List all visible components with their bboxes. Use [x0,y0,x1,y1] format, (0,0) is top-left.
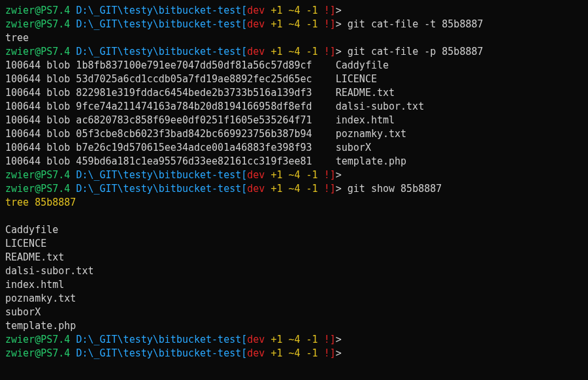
prompt-close-bracket: ] [330,18,336,30]
prompt-path: D:\_GIT\testy\bitbucket-test [76,334,241,345]
tree-entry: 100644 blob 459bd6a181c1ea95576d33ee8216… [5,155,406,167]
prompt-user: zwier@PS7.4 [5,334,70,345]
prompt-stats: +1 ~4 -1 [265,347,323,359]
prompt-stats-mark: ! [324,183,330,195]
tree-entry: 100644 blob 9fce74a211474163a784b20d8194… [5,101,424,112]
prompt-angle: > [336,46,342,57]
prompt-stats-mark: ! [324,5,330,16]
prompt-stats: +1 ~4 -1 [265,46,323,57]
prompt-open-bracket: [ [241,347,247,359]
prompt-open-bracket: [ [241,183,247,195]
prompt-close-bracket: ] [330,5,336,16]
prompt-stats-mark: ! [324,169,330,181]
prompt-close-bracket: ] [330,347,336,359]
prompt-close-bracket: ] [330,46,336,57]
cmd-git-show[interactable]: git show 85b8887 [348,183,442,195]
show-header: tree 85b8887 [5,197,76,208]
prompt-stats-mark: ! [324,46,330,57]
prompt-angle: > [336,169,342,181]
prompt-stats: +1 ~4 -1 [265,334,323,345]
prompt-angle: > [336,5,342,16]
prompt-path: D:\_GIT\testy\bitbucket-test [76,347,241,359]
terminal-output[interactable]: zwier@PS7.4 D:\_GIT\testy\bitbucket-test… [0,0,588,364]
show-file-entry: index.html [5,279,64,291]
show-file-entry: dalsi-subor.txt [5,265,93,277]
prompt-stats-mark: ! [324,18,330,30]
prompt-path: D:\_GIT\testy\bitbucket-test [76,169,241,181]
prompt-angle: > [336,18,342,30]
prompt-user: zwier@PS7.4 [5,183,70,195]
tree-entry: 100644 blob 822981e319fddac6454bede2b373… [5,87,395,99]
prompt-stats-mark: ! [324,347,330,359]
prompt-close-bracket: ] [330,169,336,181]
prompt-path: D:\_GIT\testy\bitbucket-test [76,5,241,16]
prompt-user: zwier@PS7.4 [5,347,70,359]
prompt-stats: +1 ~4 -1 [265,169,323,181]
show-file-entry: suborX [5,306,41,318]
prompt-user: zwier@PS7.4 [5,18,70,30]
prompt-stats: +1 ~4 -1 [265,183,323,195]
prompt-angle: > [336,183,342,195]
cmd-cat-file-type[interactable]: git cat-file -t 85b8887 [348,18,483,30]
tree-entry: 100644 blob 53d7025a6cd1ccdb05a7fd19ae88… [5,73,377,85]
show-file-entry: template.php [5,320,76,332]
prompt-user: zwier@PS7.4 [5,46,70,57]
prompt-open-bracket: [ [241,18,247,30]
prompt-path: D:\_GIT\testy\bitbucket-test [76,46,241,57]
prompt-branch: dev [247,183,265,195]
prompt-branch: dev [247,334,265,345]
prompt-open-bracket: [ [241,46,247,57]
show-file-entry: README.txt [5,251,64,263]
prompt-branch: dev [247,5,265,16]
prompt-open-bracket: [ [241,334,247,345]
prompt-user: zwier@PS7.4 [5,5,70,16]
prompt-stats: +1 ~4 -1 [265,18,323,30]
prompt-stats-mark: ! [324,334,330,345]
prompt-branch: dev [247,347,265,359]
show-header-prefix: tree [5,197,35,208]
tree-entry: 100644 blob ac6820783c858f69ee0df0251f16… [5,114,395,126]
prompt-angle: > [336,334,342,345]
tree-entry: 100644 blob 05f3cbe8cb6023f3bad842bc6699… [5,128,406,140]
prompt-branch: dev [247,169,265,181]
prompt-angle: > [336,347,342,359]
tree-entry: 100644 blob 1b8fb837100e791ee7047dd50df8… [5,59,389,71]
tree-entry: 100644 blob b7e26c19d570615ee34adce001a4… [5,142,371,153]
prompt-close-bracket: ] [330,183,336,195]
prompt-open-bracket: [ [241,169,247,181]
prompt-branch: dev [247,46,265,57]
prompt-path: D:\_GIT\testy\bitbucket-test [76,18,241,30]
prompt-path: D:\_GIT\testy\bitbucket-test [76,183,241,195]
show-file-entry: Caddyfile [5,224,58,236]
show-file-entry: poznamky.txt [5,293,76,304]
show-file-entry: LICENCE [5,238,46,249]
prompt-branch: dev [247,18,265,30]
prompt-open-bracket: [ [241,5,247,16]
prompt-user: zwier@PS7.4 [5,169,70,181]
prompt-close-bracket: ] [330,334,336,345]
prompt-stats: +1 ~4 -1 [265,5,323,16]
show-header-hash: 85b8887 [35,197,76,208]
cmd-cat-file-pretty[interactable]: git cat-file -p 85b8887 [348,46,483,57]
output-tree-word: tree [5,32,29,44]
